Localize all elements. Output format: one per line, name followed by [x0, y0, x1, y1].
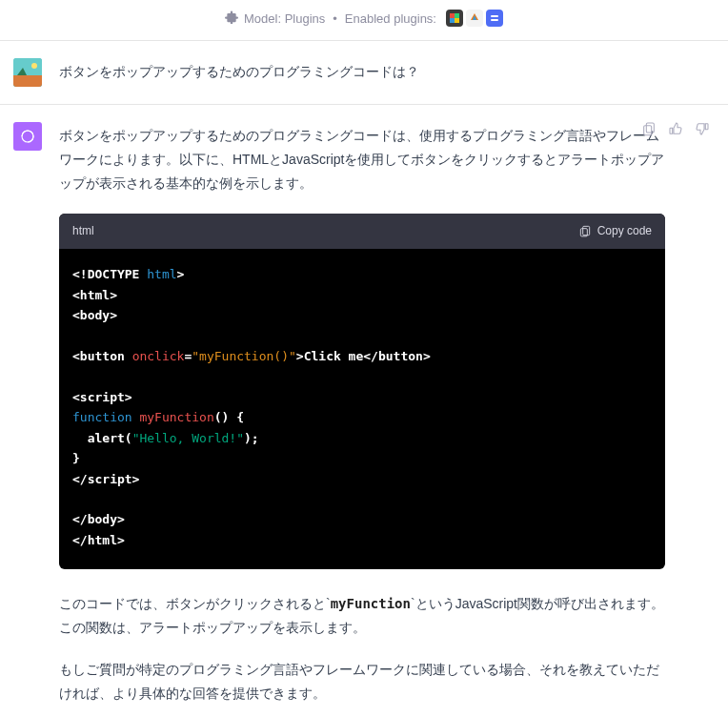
assistant-intro: ボタンをポップアップするためのプログラミングコードは、使用するプログラミング言語… [59, 124, 665, 196]
svg-rect-7 [13, 75, 42, 87]
svg-rect-12 [646, 123, 654, 133]
assistant-message-row: ボタンをポップアップするためのプログラミングコードは、使用するプログラミング言語… [0, 105, 728, 717]
code-block: html Copy code <!DOCTYPE html> <html> <b… [59, 214, 665, 570]
user-message: ボタンをポップアップするためのプログラミングコードは？ [59, 58, 665, 87]
assistant-avatar [13, 122, 42, 151]
copy-message-button[interactable] [640, 120, 657, 137]
svg-rect-2 [450, 18, 455, 23]
svg-rect-10 [582, 227, 589, 236]
assistant-message: ボタンをポップアップするためのプログラミングコードは、使用するプログラミング言語… [59, 122, 665, 706]
message-actions [640, 120, 711, 137]
model-header: Model: Plugins • Enabled plugins: [0, 0, 728, 41]
copy-code-button[interactable]: Copy code [578, 221, 652, 242]
svg-rect-13 [644, 126, 652, 135]
svg-point-8 [31, 63, 37, 69]
svg-rect-5 [491, 19, 498, 21]
plugin-chip-2[interactable] [466, 10, 483, 27]
copy-code-label: Copy code [597, 221, 652, 242]
code-block-header: html Copy code [59, 214, 665, 250]
inline-code-myfunction: myFunction [331, 596, 411, 611]
plugin-chip-3[interactable] [486, 10, 503, 27]
thumbs-up-button[interactable] [667, 120, 684, 137]
model-label: Model: Plugins [244, 11, 325, 26]
user-message-row: ボタンをポップアップするためのプログラミングコードは？ [0, 41, 728, 105]
enabled-plugins-label: Enabled plugins: [345, 11, 436, 26]
user-avatar [13, 58, 42, 87]
thumbs-up-icon [668, 121, 683, 136]
svg-rect-1 [455, 13, 459, 18]
assistant-explain-2: もしご質問が特定のプログラミング言語やフレームワークに関連している場合、それを教… [59, 658, 665, 706]
thumbs-down-icon [695, 121, 710, 136]
separator-dot: • [333, 11, 337, 26]
plugin-chip-1[interactable] [446, 10, 463, 27]
svg-rect-0 [450, 13, 455, 18]
plugin-chips [446, 10, 503, 27]
code-lang-label: html [72, 221, 94, 242]
puzzle-icon [225, 10, 238, 27]
user-message-text: ボタンをポップアップするためのプログラミングコードは？ [59, 64, 419, 79]
assistant-explain-1: このコードでは、ボタンがクリックされると`myFunction`というJavaS… [59, 592, 665, 640]
code-content[interactable]: <!DOCTYPE html> <html> <body> <button on… [59, 249, 665, 569]
thumbs-down-button[interactable] [694, 120, 711, 137]
svg-rect-4 [491, 15, 498, 17]
svg-rect-3 [455, 18, 459, 23]
clipboard-icon [578, 224, 592, 237]
clipboard-icon [641, 121, 657, 136]
